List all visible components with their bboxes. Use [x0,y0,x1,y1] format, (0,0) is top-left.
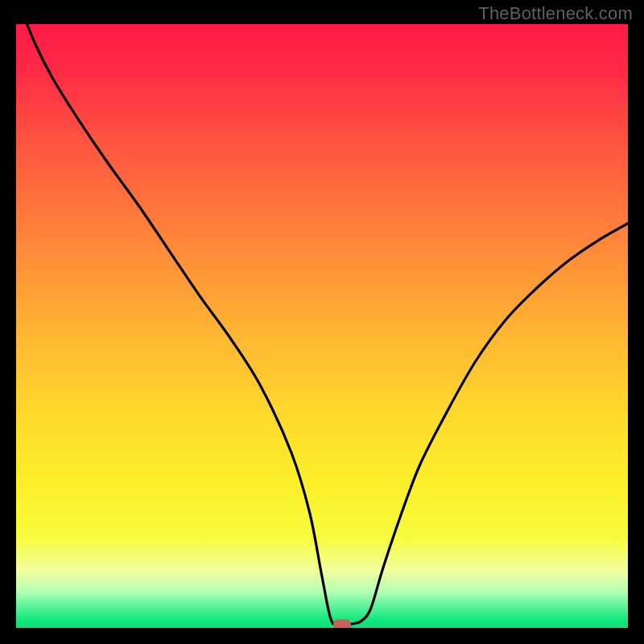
plot-area [16,24,628,628]
bottleneck-curve [16,24,628,628]
chart-frame: { "watermark": "TheBottleneck.com", "plo… [0,0,644,644]
optimal-point-marker [333,620,351,629]
watermark-text: TheBottleneck.com [478,3,633,24]
